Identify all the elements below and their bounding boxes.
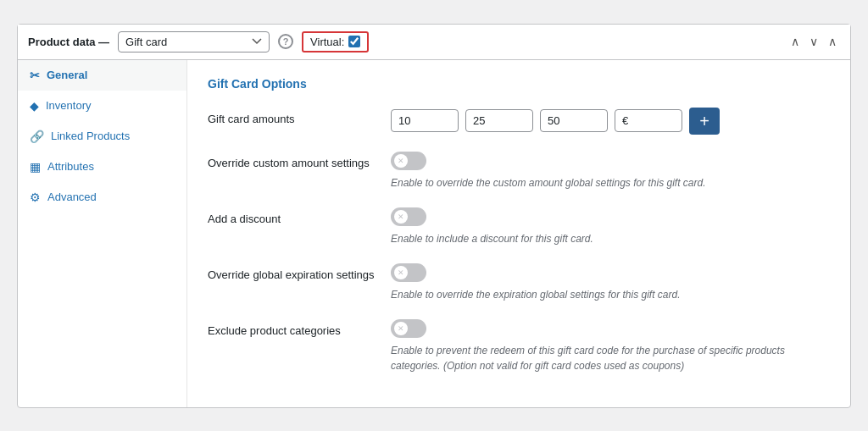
exclude-categories-control: Enable to prevent the redeem of this gif… <box>391 319 830 373</box>
attributes-icon: ▦ <box>30 160 41 174</box>
exclude-categories-toggle[interactable] <box>391 319 426 338</box>
inventory-icon: ◆ <box>30 99 39 113</box>
sidebar-item-linked-products-label: Linked Products <box>51 130 130 142</box>
sidebar-item-general[interactable]: ✂ General <box>18 60 186 91</box>
sidebar-item-inventory-label: Inventory <box>46 99 91 112</box>
add-discount-row: Add a discount Enable to include a disco… <box>208 207 830 246</box>
override-custom-control: Enable to override the custom amount glo… <box>391 152 830 191</box>
override-custom-toggle[interactable] <box>391 152 426 170</box>
main-content: Gift Card Options Gift card amounts + Ov… <box>187 60 850 407</box>
add-discount-description: Enable to include a discount for this gi… <box>391 231 830 246</box>
exclude-categories-description: Enable to prevent the redeem of this gif… <box>391 343 830 373</box>
collapse-button[interactable]: ∧ <box>825 34 840 49</box>
wrench-icon: ✂ <box>30 69 40 82</box>
sidebar-item-general-label: General <box>47 69 87 81</box>
virtual-checkbox-wrapper: Virtual: <box>302 31 369 52</box>
add-amount-button[interactable]: + <box>689 108 720 135</box>
override-expiration-row: Override global expiration settings Enab… <box>208 263 830 302</box>
section-title: Gift Card Options <box>208 77 830 91</box>
help-icon[interactable]: ? <box>278 34 293 49</box>
virtual-label: Virtual: <box>310 36 344 48</box>
override-expiration-description: Enable to override the expiration global… <box>391 287 830 302</box>
amount-input-1[interactable] <box>391 109 459 132</box>
override-custom-description: Enable to override the custom amount glo… <box>391 175 830 191</box>
add-discount-slider <box>391 207 426 226</box>
collapse-up-button[interactable]: ∧ <box>787 34 803 49</box>
amount-input-2[interactable] <box>465 109 533 132</box>
virtual-checkbox[interactable] <box>348 36 360 47</box>
currency-input[interactable] <box>615 109 682 132</box>
sidebar-item-inventory[interactable]: ◆ Inventory <box>18 91 186 121</box>
exclude-categories-label: Exclude product categories <box>208 319 377 337</box>
link-icon: 🔗 <box>30 130 44 143</box>
add-discount-control: Enable to include a discount for this gi… <box>391 207 830 246</box>
gear-icon: ⚙ <box>30 191 41 204</box>
exclude-categories-row: Exclude product categories Enable to pre… <box>208 319 830 373</box>
override-expiration-slider <box>391 263 426 282</box>
gift-card-amounts-label: Gift card amounts <box>208 108 377 125</box>
sidebar-item-linked-products[interactable]: 🔗 Linked Products <box>18 121 186 152</box>
panel-controls: ∧ ∨ ∧ <box>787 34 840 49</box>
override-custom-label: Override custom amount settings <box>208 152 377 169</box>
product-data-panel: Product data — Gift cardSimple productVa… <box>17 24 851 408</box>
override-custom-slider <box>391 152 426 170</box>
panel-header: Product data — Gift cardSimple productVa… <box>18 25 850 60</box>
exclude-categories-slider <box>391 319 426 338</box>
panel-header-label: Product data — <box>28 36 109 48</box>
panel-body: ✂ General ◆ Inventory 🔗 Linked Products … <box>18 60 850 407</box>
sidebar-item-attributes-label: Attributes <box>47 160 94 173</box>
override-expiration-label: Override global expiration settings <box>208 263 377 281</box>
override-custom-row: Override custom amount settings Enable t… <box>208 152 830 191</box>
sidebar-item-advanced[interactable]: ⚙ Advanced <box>18 182 186 213</box>
sidebar-item-attributes[interactable]: ▦ Attributes <box>18 152 186 182</box>
sidebar-item-advanced-label: Advanced <box>47 191 97 203</box>
sidebar: ✂ General ◆ Inventory 🔗 Linked Products … <box>18 60 187 407</box>
add-discount-label: Add a discount <box>208 207 377 225</box>
override-expiration-toggle[interactable] <box>391 263 426 282</box>
add-discount-toggle[interactable] <box>391 207 426 226</box>
amount-input-3[interactable] <box>540 109 608 132</box>
product-type-select[interactable]: Gift cardSimple productVariable productG… <box>118 31 270 52</box>
gift-card-amounts-row: Gift card amounts + <box>208 108 830 135</box>
amounts-row: + <box>391 108 830 135</box>
override-expiration-control: Enable to override the expiration global… <box>391 263 830 302</box>
collapse-down-button[interactable]: ∨ <box>806 34 821 49</box>
gift-card-amounts-control: + <box>391 108 830 135</box>
